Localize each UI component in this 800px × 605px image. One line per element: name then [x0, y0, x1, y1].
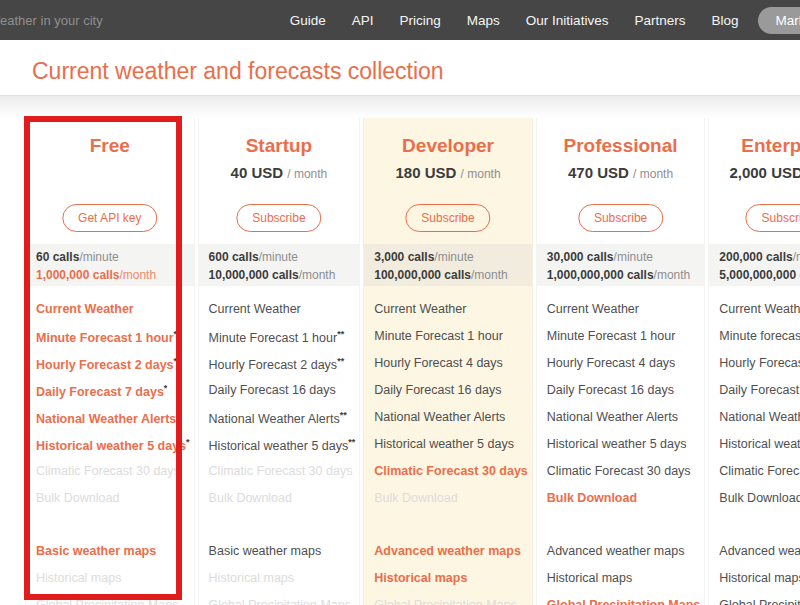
price-amount: 40 USD — [231, 164, 284, 181]
feature-item: Historical weather 5 days* — [36, 437, 190, 464]
maps-feature-list: Advanced weather mapsHistorical mapsGlob… — [537, 518, 705, 605]
nav-item-maps[interactable]: Maps — [467, 13, 500, 28]
footnote-marker: * — [164, 383, 168, 393]
feature-item: Hourly Forecast 4 days — [719, 356, 800, 383]
price-period: / month — [461, 167, 501, 181]
get-api-key-button[interactable]: Get API key — [62, 204, 157, 232]
calls-per-minute: 60 calls/minute — [36, 248, 190, 266]
feature-item: Minute Forecast 1 hour** — [209, 329, 356, 356]
feature-item: Climatic Forecast 30 days — [719, 464, 800, 491]
plan-price: 180 USD / month — [364, 164, 532, 181]
feature-item: National Weather Alerts — [374, 410, 528, 437]
feature-item: Bulk Download — [719, 491, 800, 518]
calls-per-month: 1,000,000 calls/month — [36, 266, 190, 284]
feature-item: National Weather Alerts — [547, 410, 701, 437]
nav-item-partners[interactable]: Partners — [634, 13, 685, 28]
footnote-marker: * — [174, 356, 178, 366]
feature-item: National Weather Alerts — [719, 410, 800, 437]
feature-item: Climatic Forecast 30 days — [547, 464, 701, 491]
city-search-input[interactable]: Weather in your city — [0, 13, 103, 28]
map-feature-item: Historical maps — [547, 571, 701, 598]
feature-item: Bulk Download — [36, 491, 190, 518]
subscribe-button-professional[interactable]: Subscribe — [578, 204, 663, 232]
nav-item-guide[interactable]: Guide — [290, 13, 326, 28]
plan-header: Startup 40 USD / month Subscribe — [199, 118, 360, 244]
feature-item: Current Weather — [36, 302, 190, 329]
map-feature-item: Basic weather maps — [36, 544, 190, 571]
map-feature-item: Global Precipitation Maps — [36, 598, 190, 605]
feature-item: Climatic Forecast 30 days — [209, 464, 356, 491]
map-feature-item: Advanced weather maps — [374, 544, 528, 571]
nav-item-pricing[interactable]: Pricing — [400, 13, 441, 28]
calls-per-minute: 600 calls/minute — [209, 248, 356, 266]
nav-item-blog[interactable]: Blog — [711, 13, 738, 28]
map-feature-item: Historical maps — [209, 571, 356, 598]
plan-call-limits: 200,000 calls/minute 5,000,000,000 calls… — [709, 244, 800, 286]
map-feature-item: Global Precipitation Maps — [374, 598, 528, 605]
plan-header: Enterprise 2,000 USD / month Subscribe — [709, 118, 800, 244]
feature-item: National Weather Alerts* — [36, 410, 190, 437]
plan-header: Developer 180 USD / month Subscribe — [364, 118, 532, 244]
subscribe-button-enterprise[interactable]: Subscribe — [746, 204, 800, 232]
plan-price: 2,000 USD / month — [709, 164, 800, 181]
feature-item: Hourly Forecast 2 days* — [36, 356, 190, 383]
map-feature-item: Historical maps — [36, 571, 190, 598]
nav-item-api[interactable]: API — [352, 13, 374, 28]
feature-item: Daily Forecast 16 days — [374, 383, 528, 410]
feature-list: Current WeatherMinute Forecast 1 hourHou… — [537, 286, 705, 518]
plan-title: Professional — [537, 118, 705, 157]
page-title: Current weather and forecasts collection — [0, 40, 800, 85]
footnote-marker: ** — [337, 329, 344, 339]
top-navigation-bar: Weather in your city GuideAPIPricingMaps… — [0, 0, 800, 40]
feature-item: Climatic Forecast 30 days — [374, 464, 528, 491]
calls-per-minute: 200,000 calls/minute — [719, 248, 800, 266]
feature-item: Minute Forecast 1 hour — [547, 329, 701, 356]
subscribe-button-startup[interactable]: Subscribe — [236, 204, 321, 232]
feature-item: Historical weather 5 days — [547, 437, 701, 464]
footnote-marker: * — [174, 329, 178, 339]
map-feature-item: Global Precipitation Maps — [719, 598, 800, 605]
subscribe-button-developer[interactable]: Subscribe — [405, 204, 490, 232]
price-amount: 180 USD — [396, 164, 457, 181]
plan-column-professional: Professional 470 USD / month Subscribe 3… — [536, 118, 706, 605]
plan-call-limits: 3,000 calls/minute 100,000,000 calls/mon… — [364, 244, 532, 286]
plan-title: Free — [26, 118, 194, 157]
calls-per-minute: 3,000 calls/minute — [374, 248, 528, 266]
feature-list: Current WeatherMinute Forecast 1 hour*Ho… — [26, 286, 194, 518]
footnote-marker: * — [176, 410, 180, 420]
plan-column-startup: Startup 40 USD / month Subscribe 600 cal… — [198, 118, 361, 605]
feature-item: Daily Forecast 16 days — [719, 383, 800, 410]
calls-per-minute: 30,000 calls/minute — [547, 248, 701, 266]
maps-feature-list: Advanced weather mapsHistorical mapsGlob… — [709, 518, 800, 605]
feature-item: Bulk Download — [547, 491, 701, 518]
nav-item-our-initiatives[interactable]: Our Initiatives — [526, 13, 609, 28]
feature-item: Current Weather — [719, 302, 800, 329]
feature-item: Historical weather 5 days — [719, 437, 800, 464]
feature-item: Current Weather — [374, 302, 528, 329]
map-feature-item: Global Precipitation Maps — [209, 598, 356, 605]
plan-column-free: Free Get API key 60 calls/minute 1,000,0… — [25, 118, 195, 605]
map-feature-item: Historical maps — [374, 571, 528, 598]
footnote-marker: ** — [340, 410, 347, 420]
pricing-table: Free Get API key 60 calls/minute 1,000,0… — [25, 118, 790, 605]
plan-header: Free Get API key — [26, 118, 194, 244]
feature-item: Current Weather — [209, 302, 356, 329]
maps-feature-list: Basic weather mapsHistorical mapsGlobal … — [199, 518, 360, 605]
feature-item: Hourly Forecast 4 days — [374, 356, 528, 383]
footnote-marker: ** — [337, 356, 344, 366]
feature-item: Climatic Forecast 30 days — [36, 464, 190, 491]
price-amount: 2,000 USD — [729, 164, 800, 181]
plan-column-developer: Developer 180 USD / month Subscribe 3,00… — [363, 118, 533, 605]
plan-header: Professional 470 USD / month Subscribe — [537, 118, 705, 244]
map-feature-item: Basic weather maps — [209, 544, 356, 571]
map-feature-item: Advanced weather maps — [719, 544, 800, 571]
feature-item: Bulk Download — [374, 491, 528, 518]
plan-call-limits: 30,000 calls/minute 1,000,000,000 calls/… — [537, 244, 705, 286]
plan-title: Enterprise — [709, 118, 800, 157]
feature-item: Hourly Forecast 4 days — [547, 356, 701, 383]
feature-item: National Weather Alerts** — [209, 410, 356, 437]
marketplace-button[interactable]: Marketplace — [758, 7, 800, 34]
feature-item: Historical weather 5 days** — [209, 437, 356, 464]
map-feature-item: Historical maps — [719, 571, 800, 598]
price-period: / month — [287, 167, 327, 181]
